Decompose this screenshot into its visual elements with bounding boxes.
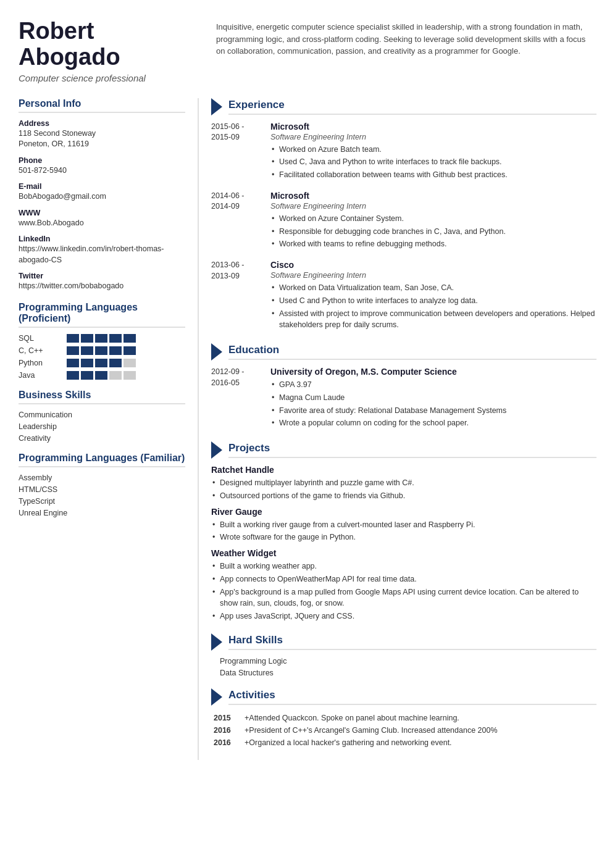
linkedin-block: LinkedIn https://www.linkedin.com/in/rob… (19, 235, 185, 265)
prog-proficient-title: Programming Languages (Proficient) (19, 302, 185, 328)
experience-section: Experience 2015-06 -2015-09MicrosoftSoft… (211, 98, 596, 333)
skill-name: Python (19, 359, 62, 367)
candidate-name: Robert Abogado (19, 19, 198, 70)
list-item: GPA 3.97 (270, 379, 596, 391)
list-item: Built a working river gauge from a culve… (211, 519, 596, 531)
familiar-skill-item: Unreal Engine (19, 509, 185, 517)
list-item: Wrote software for the gauge in Python. (211, 532, 596, 543)
projects-title: Projects (228, 442, 596, 458)
exp-company: Cisco (270, 260, 596, 270)
business-skill-item: Leadership (19, 422, 185, 431)
twitter-value: https://twitter.com/bobabogado (19, 281, 185, 292)
skill-bar-filled (67, 371, 79, 380)
www-value: www.Bob.Abogado (19, 218, 185, 229)
skill-bar-filled (81, 359, 93, 367)
hard-skills-entries: Programming LogicData Structures (211, 657, 596, 677)
activity-description: +Organized a local hacker's gathering an… (242, 737, 596, 749)
prog-proficient-skills: SQLC, C++PythonJava (19, 334, 185, 380)
table-row: 2016+Organized a local hacker's gatherin… (211, 737, 596, 749)
exp-role: Software Engineering Intern (270, 271, 596, 280)
address-block: Address 118 Second StonewayPoneton, OR, … (19, 119, 185, 150)
business-skill-item: Creativity (19, 434, 185, 443)
hard-skills-arrow-icon (211, 633, 222, 651)
list-item: Responsible for debugging code branches … (270, 226, 596, 238)
skill-row: Python (19, 359, 185, 367)
left-column: Personal Info Address 118 Second Stonewa… (19, 98, 198, 760)
skill-bars (67, 334, 136, 343)
experience-entries: 2015-06 -2015-09MicrosoftSoftware Engine… (211, 122, 596, 333)
www-label: WWW (19, 209, 185, 217)
hard-skill-item: Data Structures (211, 669, 596, 677)
exp-role: Software Engineering Intern (270, 202, 596, 211)
experience-arrow-icon (211, 98, 222, 115)
activity-year: 2016 (211, 737, 242, 749)
experience-entry: 2014-06 -2014-09MicrosoftSoftware Engine… (211, 191, 596, 251)
list-item: Worked on Azure Container System. (270, 213, 596, 225)
skill-bar-filled (81, 371, 93, 380)
linkedin-value: https://www.linkedin.com/in/robert-thoma… (19, 244, 185, 265)
list-item: Favorite area of study: Relational Datab… (270, 405, 596, 417)
list-item: Used C and Python to write interfaces to… (270, 295, 596, 307)
skill-bars (67, 371, 136, 380)
skill-bar-filled (123, 346, 136, 355)
project-bullets: Built a working river gauge from a culve… (211, 519, 596, 544)
exp-bullets: Worked on Data Virtualization team, San … (270, 282, 596, 331)
edu-date: 2012-09 -2016-05 (211, 367, 261, 430)
skill-row: Java (19, 371, 185, 380)
header-left: Robert Abogado Computer science professi… (19, 19, 198, 83)
education-title: Education (228, 344, 596, 360)
exp-bullets: Worked on Azure Container System.Respons… (270, 213, 596, 250)
skill-bar-filled (109, 359, 122, 367)
skill-bar-filled (109, 346, 122, 355)
exp-role: Software Engineering Intern (270, 133, 596, 141)
list-item: Assisted with project to improve communi… (270, 308, 596, 332)
skill-bar-empty (123, 359, 136, 367)
experience-header: Experience (211, 98, 596, 115)
exp-date: 2015-06 -2015-09 (211, 122, 261, 182)
education-arrow-icon (211, 343, 222, 361)
projects-header: Projects (211, 441, 596, 459)
edu-school: University of Oregon, M.S. Computer Scie… (270, 367, 596, 377)
familiar-skill-item: HTML/CSS (19, 485, 185, 494)
skill-name: C, C++ (19, 346, 62, 355)
skill-name: SQL (19, 334, 62, 343)
skill-bar-filled (123, 334, 136, 343)
list-item: Worked on Azure Batch team. (270, 144, 596, 156)
list-item: Outsourced portions of the game to frien… (211, 490, 596, 502)
activities-header: Activities (211, 688, 596, 706)
exp-content: CiscoSoftware Engineering InternWorked o… (270, 260, 596, 332)
skill-name: Java (19, 371, 62, 380)
header-section: Robert Abogado Computer science professi… (19, 19, 596, 83)
phone-value: 501-872-5940 (19, 165, 185, 177)
business-skills-list: CommunicationLeadershipCreativity (19, 411, 185, 443)
list-item: Built a working weather app. (211, 561, 596, 572)
header-summary: Inquisitive, energetic computer science … (216, 19, 596, 83)
project-bullets: Built a working weather app.App connects… (211, 561, 596, 622)
list-item: Magna Cum Laude (270, 392, 596, 404)
table-row: 2015+Attended Quackcon. Spoke on panel a… (211, 712, 596, 724)
exp-date: 2013-06 -2013-09 (211, 260, 261, 332)
skill-bar-filled (67, 334, 79, 343)
twitter-block: Twitter https://twitter.com/bobabogado (19, 272, 185, 292)
main-layout: Personal Info Address 118 Second Stonewa… (19, 98, 596, 760)
activity-description: +President of C++'s Arcangel's Gaming Cl… (242, 724, 596, 737)
list-item: Worked with teams to refine debugging me… (270, 238, 596, 250)
list-item: Worked on Data Virtualization team, San … (270, 282, 596, 294)
education-entry: 2012-09 -2016-05University of Oregon, M.… (211, 367, 596, 430)
skill-bar-empty (123, 371, 136, 380)
address-value: 118 Second StonewayPoneton, OR, 11619 (19, 128, 185, 150)
project-title: Ratchet Handle (211, 465, 596, 475)
edu-bullets: GPA 3.97Magna Cum LaudeFavorite area of … (270, 379, 596, 429)
skill-bar-filled (95, 359, 107, 367)
twitter-label: Twitter (19, 272, 185, 280)
email-label: E-mail (19, 182, 185, 191)
exp-bullets: Worked on Azure Batch team.Used C, Java … (270, 144, 596, 181)
skill-bars (67, 346, 136, 355)
exp-company: Microsoft (270, 191, 596, 201)
phone-label: Phone (19, 156, 185, 165)
skill-bar-filled (67, 346, 79, 355)
familiar-skill-item: Assembly (19, 474, 185, 482)
personal-info-title: Personal Info (19, 98, 185, 113)
skill-bar-filled (95, 346, 107, 355)
activities-arrow-icon (211, 688, 222, 706)
